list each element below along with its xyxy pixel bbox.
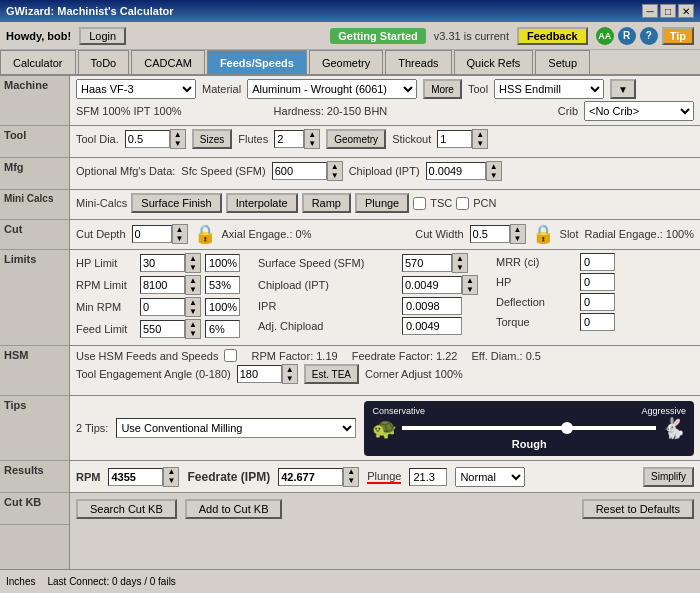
pcn-checkbox[interactable] <box>456 197 469 210</box>
flutes-up[interactable]: ▲ <box>305 130 319 139</box>
feed-limit-up[interactable]: ▲ <box>186 320 200 329</box>
flutes-input[interactable] <box>274 130 304 148</box>
hp-row: HP 0 <box>496 273 615 291</box>
chipload-up[interactable]: ▲ <box>487 162 501 171</box>
hp-limit-down[interactable]: ▼ <box>186 263 200 272</box>
rpm-limit-pct: 53% <box>205 276 240 294</box>
stickout-down[interactable]: ▼ <box>473 139 487 148</box>
maximize-button[interactable]: □ <box>660 4 676 18</box>
feedrate-input[interactable] <box>278 468 343 486</box>
speed-slider-container: Conservative Aggressive 🐢 🐇 Rough <box>364 401 694 456</box>
icon-aa[interactable]: AA <box>596 27 614 45</box>
rpm-input[interactable] <box>108 468 163 486</box>
tsc-checkbox[interactable] <box>413 197 426 210</box>
feedrate-down[interactable]: ▼ <box>344 477 358 486</box>
tool-select[interactable]: HSS Endmill <box>494 79 604 99</box>
tool-more-button[interactable]: ▼ <box>610 79 636 99</box>
slider-track[interactable]: 🐢 🐇 <box>372 418 686 438</box>
interpolate-button[interactable]: Interpolate <box>226 193 298 213</box>
chipload-down[interactable]: ▼ <box>487 171 501 180</box>
surface-speed-down[interactable]: ▼ <box>453 263 467 272</box>
tab-geometry[interactable]: Geometry <box>309 50 383 74</box>
surface-speed-row: Surface Speed (SFM) ▲ ▼ <box>258 253 478 273</box>
chipload-ipt-input[interactable] <box>402 276 462 294</box>
getting-started-badge[interactable]: Getting Started <box>330 28 425 44</box>
hsm-checkbox[interactable] <box>224 349 237 362</box>
rpm-limit-input[interactable] <box>140 276 185 294</box>
surface-finish-button[interactable]: Surface Finish <box>131 193 221 213</box>
material-select[interactable]: Aluminum - Wrought (6061) <box>247 79 417 99</box>
normal-select[interactable]: Normal <box>455 467 525 487</box>
min-rpm-down[interactable]: ▼ <box>186 307 200 316</box>
rpm-arrows: ▲ ▼ <box>163 467 179 487</box>
feed-limit-input[interactable] <box>140 320 185 338</box>
chipload-input[interactable] <box>426 162 486 180</box>
stickout-input[interactable] <box>437 130 472 148</box>
tab-feeds-speeds[interactable]: Feeds/Speeds <box>207 50 307 74</box>
tip-button[interactable]: Tip <box>662 27 694 45</box>
sfc-speed-input[interactable] <box>272 162 327 180</box>
surface-speed-input[interactable] <box>402 254 452 272</box>
min-rpm-up[interactable]: ▲ <box>186 298 200 307</box>
tool-dia-input[interactable] <box>125 130 170 148</box>
rabbit-icon: 🐇 <box>661 416 686 440</box>
chipload-ipt-down[interactable]: ▼ <box>463 285 477 294</box>
cut-width-down[interactable]: ▼ <box>511 234 525 243</box>
ramp-button[interactable]: Ramp <box>302 193 351 213</box>
tool-dia-up[interactable]: ▲ <box>171 130 185 139</box>
minimize-button[interactable]: ─ <box>642 4 658 18</box>
feedback-button[interactable]: Feedback <box>517 27 588 45</box>
tool-eng-up[interactable]: ▲ <box>283 365 297 374</box>
geometry-button[interactable]: Geometry <box>326 129 386 149</box>
stickout-up[interactable]: ▲ <box>473 130 487 139</box>
est-tea-button[interactable]: Est. TEA <box>304 364 359 384</box>
title-bar: GWizard: Machinist's Calculator ─ □ ✕ <box>0 0 700 22</box>
cut-depth-down[interactable]: ▼ <box>173 234 187 243</box>
sfc-speed-down[interactable]: ▼ <box>328 171 342 180</box>
tab-cadcam[interactable]: CADCAM <box>131 50 205 74</box>
tab-todo[interactable]: ToDo <box>78 50 130 74</box>
icon-question[interactable]: ? <box>640 27 658 45</box>
sizes-button[interactable]: Sizes <box>192 129 232 149</box>
axial-engage-icon[interactable]: 🔒 <box>194 223 216 245</box>
tab-quick-refs[interactable]: Quick Refs <box>454 50 534 74</box>
plunge-button[interactable]: Plunge <box>355 193 409 213</box>
tips-select[interactable]: Use Conventional Milling <box>116 418 356 438</box>
tool-dia-down[interactable]: ▼ <box>171 139 185 148</box>
rpm-limit-up[interactable]: ▲ <box>186 276 200 285</box>
tab-threads[interactable]: Threads <box>385 50 451 74</box>
tool-eng-down[interactable]: ▼ <box>283 374 297 383</box>
label-limits: Limits <box>0 250 69 346</box>
icon-r[interactable]: R <box>618 27 636 45</box>
close-button[interactable]: ✕ <box>678 4 694 18</box>
machine-select[interactable]: Haas VF-3 <box>76 79 196 99</box>
cut-width-up[interactable]: ▲ <box>511 225 525 234</box>
rpm-down[interactable]: ▼ <box>164 477 178 486</box>
adj-chipload-value: 0.0049 <box>402 317 462 335</box>
add-cutkb-button[interactable]: Add to Cut KB <box>185 499 283 519</box>
tips-section: 2 Tips: Use Conventional Milling Conserv… <box>70 396 700 461</box>
hp-limit-up[interactable]: ▲ <box>186 254 200 263</box>
flutes-down[interactable]: ▼ <box>305 139 319 148</box>
search-cutkb-button[interactable]: Search Cut KB <box>76 499 177 519</box>
tab-setup[interactable]: Setup <box>535 50 590 74</box>
feed-limit-down[interactable]: ▼ <box>186 329 200 338</box>
cut-depth-input[interactable] <box>132 225 172 243</box>
hp-limit-input[interactable] <box>140 254 185 272</box>
reset-defaults-button[interactable]: Reset to Defaults <box>582 499 694 519</box>
tool-eng-input[interactable] <box>237 365 282 383</box>
crib-select[interactable]: <No Crib> <box>584 101 694 121</box>
cut-width-input[interactable] <box>470 225 510 243</box>
login-button[interactable]: Login <box>79 27 126 45</box>
sfc-speed-up[interactable]: ▲ <box>328 162 342 171</box>
cut-depth-up[interactable]: ▲ <box>173 225 187 234</box>
surface-speed-up[interactable]: ▲ <box>453 254 467 263</box>
min-rpm-input[interactable] <box>140 298 185 316</box>
slider-thumb[interactable] <box>561 422 573 434</box>
radial-engage-icon[interactable]: 🔒 <box>532 223 554 245</box>
chipload-ipt-up[interactable]: ▲ <box>463 276 477 285</box>
rpm-limit-down[interactable]: ▼ <box>186 285 200 294</box>
simplify-button[interactable]: Simplify <box>643 467 694 487</box>
tab-calculator[interactable]: Calculator <box>0 50 76 74</box>
more-button[interactable]: More <box>423 79 462 99</box>
